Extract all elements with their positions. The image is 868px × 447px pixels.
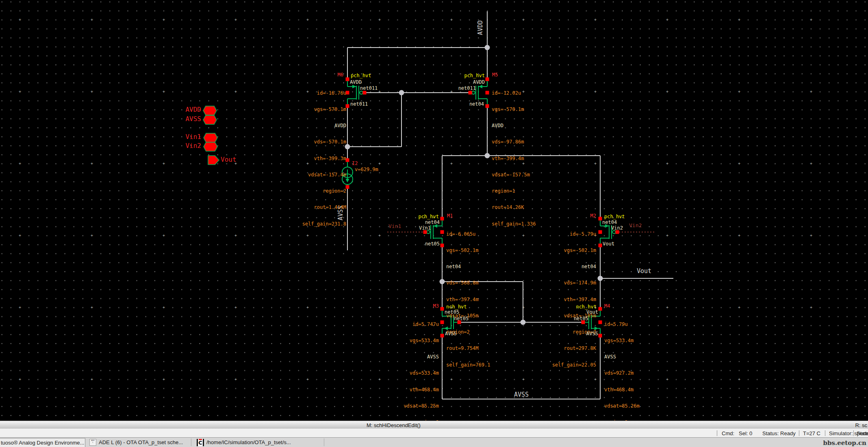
m5-cell-name: pch_hvt: [464, 73, 485, 78]
pin-label-vin2[interactable]: Vin2: [185, 143, 201, 148]
m6-bottom-net: net011: [350, 102, 368, 106]
m4-gate-net: net05: [574, 316, 588, 321]
pin-shape-avdd[interactable]: [203, 106, 217, 115]
taskbar-window1-title: tuoso® Analog Design Environme...: [1, 440, 84, 446]
m6-operating-point: id=-16.76u vgs=-570.1m AVDD vds=-570.1m …: [302, 80, 346, 238]
separator: [324, 438, 324, 446]
pin-label-avss[interactable]: AVSS: [185, 117, 201, 122]
separator: [853, 430, 854, 436]
cmd-label: Cmd:: [722, 430, 734, 436]
mouse-middle-binding: M: schHiDescendEdit(): [367, 422, 421, 428]
m1-operating-point: id=-6.065u vgs=-502.1m net04 vds=-568.8m…: [446, 221, 490, 379]
m3-top-net: net05: [445, 310, 459, 315]
net-label-avss-bottom: AVSS: [514, 392, 529, 397]
pin-label-vin1[interactable]: Vin1: [185, 135, 201, 139]
separator: [191, 438, 191, 446]
net-label-avdd-rotated: AVDD: [478, 20, 483, 35]
pin-shape-vout[interactable]: [208, 156, 219, 165]
offpage-label-vin1[interactable]: Vin1: [388, 224, 401, 229]
pin-shape-vin1[interactable]: [204, 133, 217, 142]
m1-top-net: net04: [425, 220, 440, 225]
m2-operating-point: id=-5.79u vgs=-502.1m net04 vds=-174.9m …: [552, 221, 596, 379]
m5-top-net: AVDD: [473, 80, 485, 85]
m5-instance-name: M5: [492, 72, 498, 77]
status-bar-session: Cmd: Sel: 0 Status: Ready T=27 C Simulat…: [0, 429, 868, 437]
m5-bottom-net: net04: [469, 102, 484, 106]
m1-bottom-net: net05: [425, 241, 440, 246]
pin-shape-avss[interactable]: [203, 115, 217, 124]
i2-instance-name: I2: [352, 161, 358, 166]
m4-top-net: Vout: [586, 310, 598, 315]
taskbar-window2-title: ADE L (6) - OTA OTA_p_tset sche...: [99, 439, 183, 445]
m3-bottom-net: AVSS: [445, 331, 457, 336]
taskbar-window-schematic[interactable]: C /home/IC/simulation/OTA_p_tset/s...: [194, 438, 325, 447]
m6-gate-net: net011: [360, 86, 378, 91]
offpage-label-vin2[interactable]: Vin2: [629, 223, 642, 228]
m2-cell-name: pch_hvt: [604, 214, 625, 219]
watermark: bbs.eetop.cn: [823, 439, 866, 447]
temperature: T=27 C: [803, 430, 820, 436]
ade-window-icon: ADEL: [89, 439, 96, 446]
m3-instance-name: M3: [433, 304, 439, 308]
m6-cell-name: pch_hvt: [351, 73, 371, 78]
separator: [799, 430, 799, 436]
m2-instance-name: M2: [590, 213, 596, 218]
m3-gate-net: net05: [454, 316, 469, 321]
schematic-canvas[interactable]: ++++++++++++++++++++++++++++++++++++++++…: [0, 0, 868, 421]
m2-bottom-net: Vout: [603, 241, 614, 246]
selection-count: Sel: 0: [739, 430, 752, 436]
net-label-vout-wire: Vout: [637, 269, 651, 273]
m1-gate-net: Vin1: [419, 226, 431, 230]
separator: [825, 430, 825, 436]
separator: [717, 430, 717, 436]
m4-bottom-net: AVSS: [586, 331, 598, 336]
m3-cell-name: nch_hvt: [446, 304, 467, 309]
pin-shape-vin2[interactable]: [204, 142, 217, 151]
m5-operating-point: id=-12.02u vgs=-570.1m AVDD vds=-97.86m …: [492, 80, 536, 238]
taskbar-window-ade-l[interactable]: ADEL ADE L (6) - OTA OTA_p_tset sche...: [87, 438, 192, 447]
pin-label-avdd[interactable]: AVDD: [185, 107, 201, 112]
virtuoso-schematic-window: ++++++++++++++++++++++++++++++++++++++++…: [0, 0, 868, 447]
status-ready: Status: Ready: [762, 430, 796, 436]
cadence-logo-icon: C: [197, 439, 204, 446]
i2-value: v=629.9m: [355, 167, 378, 172]
m4-instance-name: M4: [604, 304, 610, 308]
m2-top-net: net04: [602, 220, 617, 225]
state-label: State: [857, 430, 868, 436]
pin-label-vout[interactable]: Vout: [221, 157, 237, 162]
taskbar-window-virtuoso-ade[interactable]: tuoso® Analog Design Environme...: [0, 438, 85, 447]
m6-instance-name: M6: [338, 72, 343, 77]
status-bar-mouse-bindings: M: schHiDescendEdit() R: sc: [0, 421, 868, 429]
m4-cell-name: nch_hvt: [576, 304, 597, 309]
taskbar-window3-title: /home/IC/simulation/OTA_p_tset/s...: [206, 439, 291, 445]
m5-gate-net: net011: [458, 86, 476, 91]
mouse-right-binding: R: sc: [855, 422, 867, 428]
os-taskbar: tuoso® Analog Design Environme... ADEL A…: [0, 437, 868, 447]
m1-cell-name: pch_hvt: [418, 214, 439, 219]
m6-top-net: AVDD: [350, 80, 362, 85]
m2-gate-net: Vin2: [611, 226, 623, 230]
m1-instance-name: M1: [447, 213, 453, 218]
